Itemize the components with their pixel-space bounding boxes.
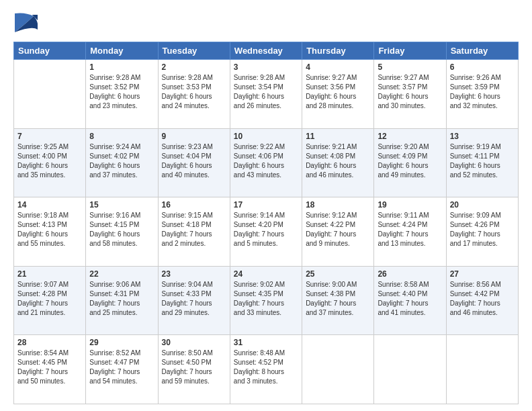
day-number: 24 xyxy=(234,269,298,279)
day-number: 14 xyxy=(17,200,82,210)
calendar-header-row: SundayMondayTuesdayWednesdayThursdayFrid… xyxy=(14,42,519,60)
day-info: Sunrise: 9:09 AM Sunset: 4:26 PM Dayligh… xyxy=(450,211,515,248)
weekday-header-wednesday: Wednesday xyxy=(230,42,302,60)
day-info: Sunrise: 9:25 AM Sunset: 4:00 PM Dayligh… xyxy=(17,142,82,180)
day-info: Sunrise: 8:52 AM Sunset: 4:47 PM Dayligh… xyxy=(89,349,154,386)
day-info: Sunrise: 9:24 AM Sunset: 4:02 PM Dayligh… xyxy=(89,142,154,180)
day-info: Sunrise: 9:23 AM Sunset: 4:04 PM Dayligh… xyxy=(162,142,226,180)
day-number: 20 xyxy=(450,200,515,210)
day-info: Sunrise: 9:27 AM Sunset: 3:56 PM Dayligh… xyxy=(306,73,370,111)
day-info: Sunrise: 9:27 AM Sunset: 3:57 PM Dayligh… xyxy=(378,73,442,111)
calendar-cell: 16Sunrise: 9:15 AM Sunset: 4:18 PM Dayli… xyxy=(158,197,230,267)
day-number: 21 xyxy=(17,269,82,279)
calendar-table: SundayMondayTuesdayWednesdayThursdayFrid… xyxy=(13,42,519,404)
weekday-header-tuesday: Tuesday xyxy=(158,42,230,60)
calendar-cell: 9Sunrise: 9:23 AM Sunset: 4:04 PM Daylig… xyxy=(158,128,230,197)
day-info: Sunrise: 8:54 AM Sunset: 4:45 PM Dayligh… xyxy=(17,349,82,386)
calendar-cell: 17Sunrise: 9:14 AM Sunset: 4:20 PM Dayli… xyxy=(230,197,302,267)
calendar-week-2: 7Sunrise: 9:25 AM Sunset: 4:00 PM Daylig… xyxy=(14,128,519,197)
day-info: Sunrise: 9:21 AM Sunset: 4:08 PM Dayligh… xyxy=(306,142,370,180)
calendar-cell: 2Sunrise: 9:28 AM Sunset: 3:53 PM Daylig… xyxy=(158,60,230,129)
calendar-cell: 10Sunrise: 9:22 AM Sunset: 4:06 PM Dayli… xyxy=(230,128,302,197)
day-number: 15 xyxy=(89,200,154,210)
calendar-cell: 30Sunrise: 8:50 AM Sunset: 4:50 PM Dayli… xyxy=(158,335,230,404)
day-number: 31 xyxy=(234,338,298,347)
day-number: 22 xyxy=(89,269,154,279)
day-info: Sunrise: 9:00 AM Sunset: 4:38 PM Dayligh… xyxy=(306,280,370,318)
day-info: Sunrise: 9:14 AM Sunset: 4:20 PM Dayligh… xyxy=(234,211,298,248)
day-number: 28 xyxy=(17,338,82,347)
calendar-cell: 24Sunrise: 9:02 AM Sunset: 4:35 PM Dayli… xyxy=(230,266,302,335)
calendar-cell: 20Sunrise: 9:09 AM Sunset: 4:26 PM Dayli… xyxy=(446,197,518,267)
calendar-cell: 14Sunrise: 9:18 AM Sunset: 4:13 PM Dayli… xyxy=(14,197,86,267)
weekday-header-thursday: Thursday xyxy=(302,42,374,60)
calendar-cell: 18Sunrise: 9:12 AM Sunset: 4:22 PM Dayli… xyxy=(302,197,374,267)
day-number: 9 xyxy=(162,132,226,141)
day-info: Sunrise: 8:58 AM Sunset: 4:40 PM Dayligh… xyxy=(378,280,442,318)
weekday-header-saturday: Saturday xyxy=(446,42,518,60)
day-info: Sunrise: 9:06 AM Sunset: 4:31 PM Dayligh… xyxy=(89,280,154,318)
calendar-cell: 28Sunrise: 8:54 AM Sunset: 4:45 PM Dayli… xyxy=(14,335,86,404)
calendar-cell: 6Sunrise: 9:26 AM Sunset: 3:59 PM Daylig… xyxy=(446,60,518,129)
day-number: 18 xyxy=(306,200,370,210)
calendar-week-5: 28Sunrise: 8:54 AM Sunset: 4:45 PM Dayli… xyxy=(14,335,519,404)
day-info: Sunrise: 9:18 AM Sunset: 4:13 PM Dayligh… xyxy=(17,211,82,248)
day-number: 29 xyxy=(89,338,154,347)
calendar-week-4: 21Sunrise: 9:07 AM Sunset: 4:28 PM Dayli… xyxy=(14,266,519,335)
day-number: 25 xyxy=(306,269,370,279)
calendar-cell: 5Sunrise: 9:27 AM Sunset: 3:57 PM Daylig… xyxy=(374,60,446,129)
day-info: Sunrise: 9:11 AM Sunset: 4:24 PM Dayligh… xyxy=(378,211,442,248)
day-number: 12 xyxy=(378,132,442,141)
calendar-cell: 21Sunrise: 9:07 AM Sunset: 4:28 PM Dayli… xyxy=(14,266,86,335)
day-number: 30 xyxy=(162,338,226,347)
calendar-week-1: 1Sunrise: 9:28 AM Sunset: 3:52 PM Daylig… xyxy=(14,60,519,129)
day-info: Sunrise: 9:28 AM Sunset: 3:53 PM Dayligh… xyxy=(162,73,226,111)
calendar-cell: 3Sunrise: 9:28 AM Sunset: 3:54 PM Daylig… xyxy=(230,60,302,129)
day-number: 26 xyxy=(378,269,442,279)
day-info: Sunrise: 9:22 AM Sunset: 4:06 PM Dayligh… xyxy=(234,142,298,180)
calendar-cell: 8Sunrise: 9:24 AM Sunset: 4:02 PM Daylig… xyxy=(86,128,158,197)
calendar-cell xyxy=(446,335,518,404)
calendar-cell: 25Sunrise: 9:00 AM Sunset: 4:38 PM Dayli… xyxy=(302,266,374,335)
day-info: Sunrise: 9:28 AM Sunset: 3:52 PM Dayligh… xyxy=(89,73,154,111)
day-info: Sunrise: 8:48 AM Sunset: 4:52 PM Dayligh… xyxy=(234,349,298,386)
day-info: Sunrise: 9:12 AM Sunset: 4:22 PM Dayligh… xyxy=(306,211,370,248)
day-info: Sunrise: 9:26 AM Sunset: 3:59 PM Dayligh… xyxy=(450,73,515,111)
day-number: 1 xyxy=(89,62,154,72)
calendar-cell: 1Sunrise: 9:28 AM Sunset: 3:52 PM Daylig… xyxy=(86,60,158,129)
day-info: Sunrise: 9:15 AM Sunset: 4:18 PM Dayligh… xyxy=(162,211,226,248)
calendar-cell: 15Sunrise: 9:16 AM Sunset: 4:15 PM Dayli… xyxy=(86,197,158,267)
day-number: 17 xyxy=(234,200,298,210)
day-number: 27 xyxy=(450,269,515,279)
day-number: 7 xyxy=(17,132,82,141)
day-number: 10 xyxy=(234,132,298,141)
day-number: 19 xyxy=(378,200,442,210)
day-number: 2 xyxy=(162,62,226,72)
calendar-cell: 23Sunrise: 9:04 AM Sunset: 4:33 PM Dayli… xyxy=(158,266,230,335)
calendar-cell: 27Sunrise: 8:56 AM Sunset: 4:42 PM Dayli… xyxy=(446,266,518,335)
day-info: Sunrise: 8:56 AM Sunset: 4:42 PM Dayligh… xyxy=(450,280,515,318)
day-number: 4 xyxy=(306,62,370,72)
day-info: Sunrise: 9:16 AM Sunset: 4:15 PM Dayligh… xyxy=(89,211,154,248)
calendar-cell xyxy=(302,335,374,404)
calendar-cell: 4Sunrise: 9:27 AM Sunset: 3:56 PM Daylig… xyxy=(302,60,374,129)
calendar-cell: 13Sunrise: 9:19 AM Sunset: 4:11 PM Dayli… xyxy=(446,128,518,197)
weekday-header-sunday: Sunday xyxy=(14,42,86,60)
calendar-cell: 12Sunrise: 9:20 AM Sunset: 4:09 PM Dayli… xyxy=(374,128,446,197)
day-info: Sunrise: 9:28 AM Sunset: 3:54 PM Dayligh… xyxy=(234,73,298,111)
calendar-cell: 29Sunrise: 8:52 AM Sunset: 4:47 PM Dayli… xyxy=(86,335,158,404)
day-number: 8 xyxy=(89,132,154,141)
calendar-cell: 22Sunrise: 9:06 AM Sunset: 4:31 PM Dayli… xyxy=(86,266,158,335)
day-info: Sunrise: 9:04 AM Sunset: 4:33 PM Dayligh… xyxy=(162,280,226,318)
day-number: 3 xyxy=(234,62,298,72)
calendar-cell: 26Sunrise: 8:58 AM Sunset: 4:40 PM Dayli… xyxy=(374,266,446,335)
logo xyxy=(13,11,38,35)
day-info: Sunrise: 9:02 AM Sunset: 4:35 PM Dayligh… xyxy=(234,280,298,318)
day-number: 16 xyxy=(162,200,226,210)
calendar-cell: 31Sunrise: 8:48 AM Sunset: 4:52 PM Dayli… xyxy=(230,335,302,404)
day-info: Sunrise: 9:07 AM Sunset: 4:28 PM Dayligh… xyxy=(17,280,82,318)
day-number: 23 xyxy=(162,269,226,279)
day-number: 5 xyxy=(378,62,442,72)
day-number: 11 xyxy=(306,132,370,141)
day-number: 6 xyxy=(450,62,515,72)
